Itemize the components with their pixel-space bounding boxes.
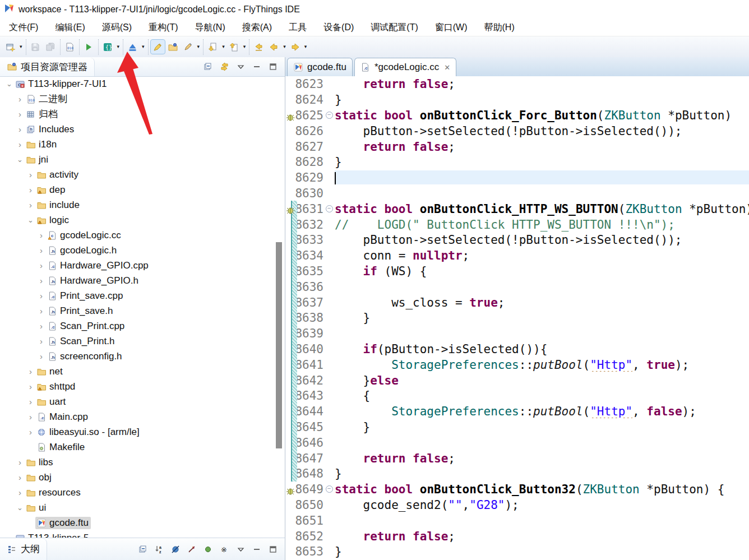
- code-line-8653[interactable]: 8653}: [285, 544, 749, 559]
- collapsed-arrow-icon[interactable]: ›: [36, 306, 46, 316]
- code-line-8638[interactable]: 8638 }: [285, 310, 749, 326]
- maximize-icon[interactable]: [268, 62, 278, 71]
- collapsed-arrow-icon[interactable]: ›: [15, 457, 25, 467]
- code-editor[interactable]: 8623 return false;8624}8625–static bool …: [285, 76, 749, 560]
- code-text[interactable]: if(pButton->isSelected()){: [335, 342, 749, 356]
- code-line-8642[interactable]: 8642 }else: [285, 372, 749, 388]
- code-line-8629[interactable]: 8629: [285, 170, 749, 186]
- code-line-8646[interactable]: 8646: [285, 434, 749, 450]
- collapsed-arrow-icon[interactable]: ›: [26, 185, 35, 195]
- tree-item-gcodeLogic.cc[interactable]: ›cgcodeLogic.cc: [0, 228, 285, 243]
- code-line-8632[interactable]: 8632// LOGD(" ButtonClick HTTP_WS_BUTTON…: [285, 216, 749, 232]
- menu-edit[interactable]: 编辑(E): [55, 22, 85, 34]
- code-line-8631[interactable]: 8631–static bool onButtonClick_HTTP_WS_B…: [285, 201, 749, 216]
- expanded-arrow-icon[interactable]: ⌄: [4, 80, 14, 88]
- tree-item-Scan_Print.h[interactable]: ›.hScan_Print.h: [0, 334, 285, 349]
- tab-close-icon[interactable]: ✕: [444, 63, 450, 72]
- tree-item-activity[interactable]: ›activity: [0, 167, 285, 182]
- collapsed-arrow-icon[interactable]: ›: [15, 473, 25, 482]
- next-annotation-dropdown-arrow[interactable]: ▾: [220, 40, 226, 54]
- maximize-icon[interactable]: [268, 545, 278, 554]
- editor-tab-gcode.ftu[interactable]: gcode.ftu: [287, 58, 353, 76]
- tree-item-jni[interactable]: ⌄jni: [0, 152, 285, 167]
- collapsed-arrow-icon[interactable]: ›: [26, 397, 35, 406]
- code-text[interactable]: static bool onButtonClick_Button32(ZKBut…: [335, 482, 749, 496]
- collapsed-arrow-icon[interactable]: ›: [36, 291, 46, 300]
- code-text[interactable]: [335, 286, 749, 287]
- fold-collapse-icon[interactable]: –: [326, 485, 333, 493]
- collapse-all-icon[interactable]: [138, 545, 148, 554]
- collapsed-arrow-icon[interactable]: ›: [26, 427, 35, 437]
- hide-non-public-icon[interactable]: [203, 545, 213, 554]
- collapsed-arrow-icon[interactable]: ›: [15, 140, 25, 149]
- collapsed-arrow-icon[interactable]: ›: [15, 488, 25, 497]
- fold-marker[interactable]: –: [323, 205, 335, 212]
- collapsed-arrow-icon[interactable]: ›: [36, 336, 46, 346]
- code-text[interactable]: return false;: [335, 529, 749, 543]
- collapsed-arrow-icon[interactable]: ›: [26, 382, 35, 391]
- collapse-all-icon[interactable]: [203, 62, 213, 71]
- collapsed-arrow-icon[interactable]: ›: [36, 321, 46, 331]
- menu-source[interactable]: 源码(S): [102, 22, 132, 34]
- fold-collapse-icon[interactable]: –: [326, 205, 333, 212]
- editor-tab-gcodeLogic.cc[interactable]: .c*gcodeLogic.cc✕: [354, 58, 456, 76]
- expanded-arrow-icon[interactable]: ⌄: [15, 155, 25, 164]
- prev-annotation-dropdown-arrow[interactable]: ▾: [242, 40, 248, 54]
- code-line-8647[interactable]: 8647 return false;: [285, 450, 749, 466]
- tree-item-Main.cpp[interactable]: ›.cMain.cpp: [0, 409, 285, 424]
- code-line-8623[interactable]: 8623 return false;: [285, 76, 749, 92]
- tree-item-i18n[interactable]: ›i18n: [0, 137, 285, 152]
- new-button[interactable]: [3, 40, 17, 54]
- code-line-8633[interactable]: 8633 pButton->setSelected(!pButton->isSe…: [285, 232, 749, 248]
- expanded-arrow-icon[interactable]: ⌄: [15, 503, 25, 512]
- code-text[interactable]: // LOGD(" ButtonClick HTTP_WS_BUTTON !!!…: [335, 217, 749, 232]
- view-menu-icon[interactable]: [235, 545, 246, 554]
- tab-project-explorer[interactable]: 项目资源管理器: [0, 58, 95, 76]
- expanded-arrow-icon[interactable]: ⌄: [26, 216, 35, 224]
- code-text[interactable]: }: [335, 420, 749, 434]
- code-text[interactable]: StoragePreferences::putBool("Http", true…: [335, 358, 749, 372]
- code-text[interactable]: }: [335, 155, 749, 169]
- code-text[interactable]: static bool onButtonClick_HTTP_WS_BUTTON…: [335, 202, 749, 216]
- code-text[interactable]: [335, 170, 749, 184]
- highlighter-button[interactable]: [151, 40, 165, 54]
- code-line-8627[interactable]: 8627 return false;: [285, 138, 749, 154]
- code-text[interactable]: gcode_send2("","G28");: [335, 498, 749, 512]
- code-line-8626[interactable]: 8626 pButton->setSelected(!pButton->isSe…: [285, 123, 749, 138]
- tree-item-include[interactable]: ›include: [0, 197, 285, 212]
- prev-annotation-button[interactable]: [227, 40, 241, 54]
- collapsed-arrow-icon[interactable]: ›: [26, 367, 35, 376]
- download-to-device-dropdown-arrow[interactable]: ▾: [140, 40, 146, 54]
- menu-window[interactable]: 窗口(W): [435, 22, 468, 34]
- tab-outline[interactable]: 大纲: [0, 539, 47, 560]
- code-text[interactable]: }else: [335, 373, 749, 387]
- code-text[interactable]: conn = nullptr;: [335, 248, 749, 262]
- back-button[interactable]: [267, 40, 281, 54]
- tree-item-_[interactable]: ›010二进制: [0, 91, 285, 107]
- tree-item-libeasyui.so_-_[arm/le][interactable]: ›libeasyui.so - [arm/le]: [0, 424, 285, 439]
- save-button[interactable]: [29, 40, 43, 54]
- code-text[interactable]: pButton->setSelected(!pButton->isSelecte…: [335, 233, 749, 247]
- menu-device[interactable]: 设备(D): [323, 22, 354, 34]
- compile-config-dropdown-arrow[interactable]: ▾: [115, 40, 122, 54]
- code-line-8652[interactable]: 8652 return false;: [285, 528, 749, 544]
- menu-debug-config[interactable]: 调试配置(T): [371, 22, 418, 34]
- code-line-8636[interactable]: 8636: [285, 279, 749, 294]
- hide-fields-icon[interactable]: [170, 545, 181, 554]
- code-text[interactable]: }: [335, 92, 749, 107]
- code-line-8637[interactable]: 8637 ws_closs = true;: [285, 294, 749, 310]
- tree-item-resources[interactable]: ›resources: [0, 485, 285, 500]
- tree-item-net[interactable]: ›net: [0, 364, 285, 379]
- code-text[interactable]: {: [335, 388, 749, 402]
- fold-marker[interactable]: –: [323, 112, 335, 119]
- tree-item-obj[interactable]: ›obj: [0, 470, 285, 485]
- code-line-8624[interactable]: 8624}: [285, 92, 749, 108]
- menu-tools[interactable]: 工具: [289, 22, 307, 34]
- code-line-8630[interactable]: 8630: [285, 186, 749, 201]
- code-line-8640[interactable]: 8640 if(pButton->isSelected()){: [285, 341, 749, 357]
- code-text[interactable]: if (WS) {: [335, 264, 749, 278]
- code-line-8651[interactable]: 8651: [285, 512, 749, 528]
- collapsed-arrow-icon[interactable]: ›: [26, 170, 35, 179]
- code-text[interactable]: return false;: [335, 451, 749, 465]
- code-text[interactable]: }: [335, 466, 749, 480]
